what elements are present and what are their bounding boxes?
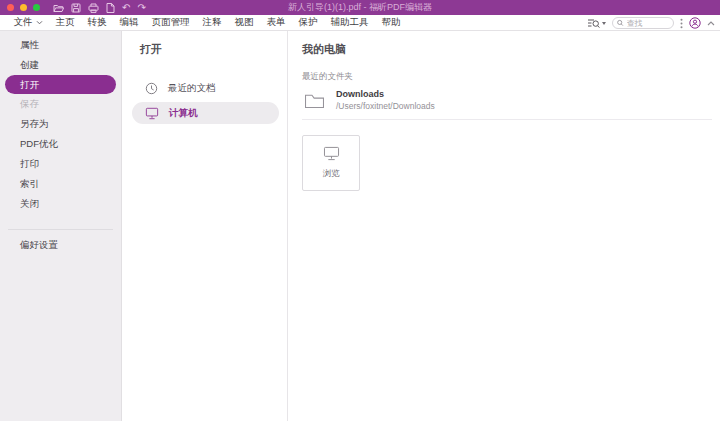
browse-label: 浏览 xyxy=(323,168,340,180)
chevron-down-icon xyxy=(36,20,43,25)
folder-path: /Users/foxitnet/Downloads xyxy=(336,101,435,111)
new-document-icon[interactable] xyxy=(106,3,115,13)
find-tool-dropdown[interactable] xyxy=(587,18,606,29)
backstage-body: 属性 创建 打开 保存 另存为 PDF优化 打印 索引 关闭 偏好设置 打开 xyxy=(0,31,720,421)
menu-file-label: 文件 xyxy=(14,16,33,29)
computer-icon xyxy=(145,107,159,120)
open-item-recent-documents[interactable]: 最近的文档 xyxy=(132,77,279,99)
menu-comment[interactable]: 注释 xyxy=(196,16,228,29)
search-input[interactable] xyxy=(627,19,669,28)
sidebar-item-create[interactable]: 创建 xyxy=(0,55,121,75)
more-options-icon[interactable] xyxy=(680,18,683,29)
open-icon[interactable] xyxy=(53,3,64,13)
menu-edit[interactable]: 编辑 xyxy=(113,16,145,29)
sidebar-item-save: 保存 xyxy=(0,94,121,114)
redo-icon[interactable]: ↷ xyxy=(137,3,145,13)
sidebar-item-pdf-optimize[interactable]: PDF优化 xyxy=(0,134,121,154)
dropdown-caret-icon xyxy=(602,22,606,25)
menubar: 文件 主页 转换 编辑 页面管理 注释 视图 表单 保护 辅助工具 帮助 xyxy=(0,15,720,31)
menu-home[interactable]: 主页 xyxy=(49,16,81,29)
browse-tile[interactable]: 浏览 xyxy=(302,135,360,191)
open-panel-title: 打开 xyxy=(140,42,287,56)
file-sidebar: 属性 创建 打开 保存 另存为 PDF优化 打印 索引 关闭 偏好设置 xyxy=(0,31,122,421)
recent-folders-label: 最近的文件夹 xyxy=(302,71,712,83)
clock-icon xyxy=(145,82,158,95)
sidebar-item-close[interactable]: 关闭 xyxy=(0,194,121,214)
menu-accessibility[interactable]: 辅助工具 xyxy=(324,16,375,29)
foxit-pdf-editor-window: ↶ ↷ 新人引导(1)(1).pdf - 福昕PDF编辑器 文件 主页 转换 编… xyxy=(0,0,720,421)
open-item-label: 计算机 xyxy=(169,107,198,120)
menu-help[interactable]: 帮助 xyxy=(375,16,407,29)
menu-convert[interactable]: 转换 xyxy=(81,16,113,29)
search-box[interactable] xyxy=(612,17,674,29)
sidebar-item-open[interactable]: 打开 xyxy=(5,75,116,94)
menu-form[interactable]: 表单 xyxy=(260,16,292,29)
find-in-document-icon xyxy=(587,18,600,29)
print-icon[interactable] xyxy=(88,3,99,13)
collapse-ribbon-icon[interactable] xyxy=(707,21,715,26)
sidebar-divider xyxy=(8,229,113,230)
sidebar-item-preferences[interactable]: 偏好设置 xyxy=(0,235,121,255)
zoom-window-button[interactable] xyxy=(33,4,40,11)
traffic-lights xyxy=(7,4,40,11)
menu-view[interactable]: 视图 xyxy=(228,16,260,29)
folder-icon xyxy=(304,92,325,109)
titlebar: ↶ ↷ 新人引导(1)(1).pdf - 福昕PDF编辑器 xyxy=(0,0,720,15)
folder-name: Downloads xyxy=(336,89,435,99)
open-location-list: 最近的文档 计算机 xyxy=(122,77,287,124)
undo-icon[interactable]: ↶ xyxy=(122,3,130,13)
open-item-label: 最近的文档 xyxy=(168,82,216,95)
quick-access-toolbar: ↶ ↷ xyxy=(53,3,146,13)
sidebar-item-index[interactable]: 索引 xyxy=(0,174,121,194)
open-panel: 打开 最近的文档 计算机 xyxy=(122,31,288,421)
recent-folder-row[interactable]: Downloads /Users/foxitnet/Downloads xyxy=(302,83,712,120)
folder-meta: Downloads /Users/foxitnet/Downloads xyxy=(336,89,435,111)
save-icon[interactable] xyxy=(71,3,81,13)
browse-computer-icon xyxy=(323,146,340,161)
menu-file[interactable]: 文件 xyxy=(7,16,49,29)
sidebar-item-save-as[interactable]: 另存为 xyxy=(0,114,121,134)
sidebar-item-properties[interactable]: 属性 xyxy=(0,35,121,55)
search-icon xyxy=(617,19,624,27)
menu-page-management[interactable]: 页面管理 xyxy=(145,16,196,29)
computer-panel: 我的电脑 最近的文件夹 Downloads /Users/foxitnet/Do… xyxy=(288,31,720,421)
sidebar-item-print[interactable]: 打印 xyxy=(0,154,121,174)
open-item-computer[interactable]: 计算机 xyxy=(132,102,279,124)
close-window-button[interactable] xyxy=(7,4,14,11)
minimize-window-button[interactable] xyxy=(20,4,27,11)
menubar-right-cluster xyxy=(587,15,715,31)
computer-panel-title: 我的电脑 xyxy=(302,42,712,56)
menu-protect[interactable]: 保护 xyxy=(292,16,324,29)
account-avatar-icon[interactable] xyxy=(689,17,701,29)
